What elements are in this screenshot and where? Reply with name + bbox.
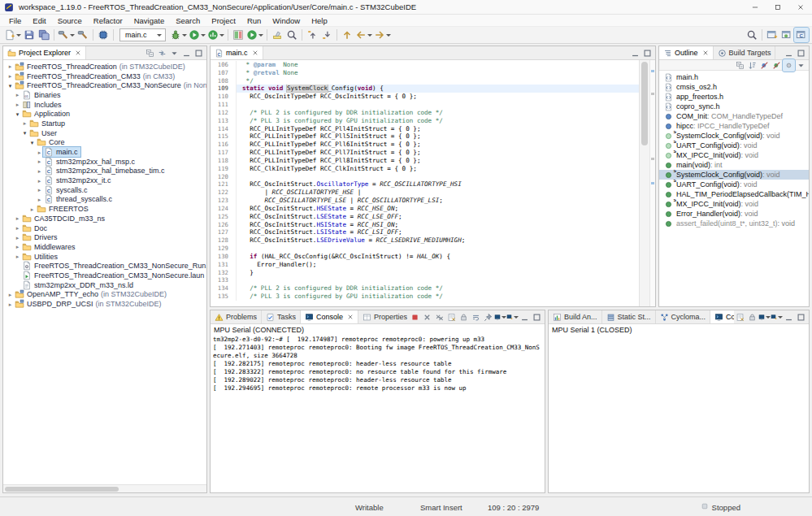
outline-item-hal-tim-periodelapsedcallback-tim-hand[interactable]: HAL_TIM_PeriodElapsedCallback(TIM_Hand..… [659, 189, 809, 199]
menu-help[interactable]: Help [306, 16, 333, 25]
outline-item-main-h[interactable]: main.h [659, 72, 809, 82]
save-all-button[interactable] [37, 28, 51, 42]
code-line-125[interactable]: 125 RCC_OscInitStruct.LSEState = RCC_LSE… [211, 213, 639, 221]
minimize-button[interactable] [783, 47, 795, 59]
expand-toggle-icon[interactable]: ▸ [14, 90, 21, 99]
tree-item-main-c[interactable]: ▸Cmain.c [3, 147, 206, 157]
expand-toggle-icon[interactable]: ▸ [7, 62, 14, 71]
code-line-119[interactable]: 119 RCC_ClkInitTypeDef RCC_ClkInitStruct… [211, 165, 639, 173]
tab-console[interactable]: Console [710, 310, 734, 323]
maximize-button[interactable] [795, 311, 807, 323]
code-line-110[interactable]: 110 RCC_OscInitTypeDef RCC_OscInitStruct… [211, 93, 639, 101]
expand-toggle-icon[interactable]: ▸ [14, 223, 21, 232]
display-console-button[interactable] [758, 311, 771, 323]
expand-toggle-icon[interactable]: ▸ [7, 72, 14, 80]
expand-toggle-icon[interactable]: ▾ [7, 81, 14, 90]
collapse-all-button[interactable] [144, 47, 156, 59]
code-line-113[interactable]: 113 /* PLL 3 is configured by GPU initia… [211, 117, 639, 125]
pin-button[interactable] [482, 311, 494, 323]
minimize-button[interactable] [629, 47, 641, 59]
last-edit-button[interactable] [340, 28, 354, 42]
expand-toggle-icon[interactable]: ▸ [28, 205, 36, 214]
code-line-122[interactable]: 122 | RCC_OSCILLATORTYPE_HSE | [211, 189, 639, 197]
code-line-121[interactable]: 121 RCC_OscInitStruct.OscillatorType = R… [211, 180, 639, 189]
open-console-button[interactable] [506, 311, 519, 323]
outline-item-com-init[interactable]: COM_Init : COM_HandleTypeDef [659, 111, 809, 121]
expand-toggle-icon[interactable]: ▾ [28, 138, 36, 147]
tree-item-application[interactable]: ▾Application [3, 109, 206, 119]
code-line-134[interactable]: 134 /* PLL 2 is configured by DDR initia… [211, 284, 639, 293]
explorer-horizontal-scrollbar[interactable] [3, 484, 206, 492]
close-window-button[interactable] [789, 0, 812, 15]
scroll-lock-button[interactable] [458, 311, 470, 323]
code-line-127[interactable]: 127 RCC_OscInitStruct.LSIState = RCC_LSI… [211, 228, 639, 236]
expand-toggle-icon[interactable]: ▸ [36, 185, 43, 194]
expand-toggle-icon[interactable]: ▸ [14, 214, 21, 223]
outline-item-copro-sync-h[interactable]: copro_sync.h [659, 102, 809, 111]
new-button[interactable] [3, 28, 22, 42]
console-content[interactable]: MPU Serial (CONNECTED) tm32mp2-e3-d0-92:… [211, 324, 545, 492]
outline-item-mx-ipcc-init-void[interactable]: sMX_IPCC_Init(void) : void [659, 150, 809, 160]
menu-navigate[interactable]: Navigate [128, 16, 171, 25]
expand-toggle-icon[interactable]: ▸ [14, 242, 21, 251]
code-line-128[interactable]: 128 RCC_OscInitStruct.LSEDriveValue = RC… [211, 236, 639, 245]
outline-item-app-freertos-h[interactable]: app_freertos.h [659, 92, 809, 102]
clear-button[interactable] [445, 311, 458, 323]
code-line-123[interactable]: 123 RCC_OSCILLATORTYPE_LSE | RCC_OSCILLA… [211, 197, 639, 205]
coverage-button[interactable] [231, 28, 245, 42]
menu-edit[interactable]: Edit [27, 16, 51, 25]
tree-item-freertos-threadcreation-cm33-nonsecure[interactable]: ▾FreeRTOS_ThreadCreation_CM33_NonSecure … [3, 80, 206, 90]
expand-toggle-icon[interactable]: ▸ [36, 176, 43, 185]
persp-c-button[interactable]: C [794, 28, 809, 42]
expand-toggle-icon[interactable]: ▸ [14, 100, 21, 109]
menu-refactor[interactable]: Refactor [88, 16, 128, 25]
tree-item-includes[interactable]: ▸Includes [3, 100, 206, 110]
maximize-window-button[interactable] [766, 0, 789, 15]
hide-fields-button[interactable] [758, 59, 771, 72]
external-button[interactable] [245, 28, 264, 42]
tab-console[interactable]: Console [301, 310, 358, 323]
prev-ann-button[interactable] [305, 28, 319, 42]
tree-item-middlewares[interactable]: ▸Middlewares [3, 242, 206, 252]
tab-cycloma[interactable]: Cycloma... [656, 310, 711, 323]
hide-static-button[interactable] [771, 59, 783, 72]
search-file-button[interactable] [284, 28, 299, 42]
tree-item-startup[interactable]: ▸Startup [3, 119, 206, 128]
profile-button[interactable] [206, 28, 225, 42]
outline-item-main-void[interactable]: main(void) : int [659, 160, 809, 170]
code-line-118[interactable]: 118 RCC_PLLInitTypeDef RCC_Pll8InitStruc… [211, 157, 639, 165]
tree-item-usbpd-drp-ucsi[interactable]: ▸USBPD_DRP_UCSI (in STM32CubeIDE) [3, 299, 206, 309]
save-button[interactable] [22, 28, 37, 42]
editor-vertical-scrollbar[interactable] [639, 60, 649, 306]
expand-toggle-icon[interactable]: ▸ [36, 157, 43, 166]
menu-search[interactable]: Search [170, 16, 206, 25]
remove-all-button[interactable] [433, 311, 445, 323]
tab-problems[interactable]: Problems [211, 310, 262, 323]
tree-item-drivers[interactable]: ▸Drivers [3, 232, 206, 242]
code-line-132[interactable]: 132 } [211, 269, 639, 277]
highlight-button[interactable] [270, 28, 284, 42]
tree-item-user[interactable]: ▾User [3, 128, 206, 138]
display-console-button[interactable] [494, 311, 506, 323]
open-perspective-button[interactable] [765, 28, 779, 42]
scrollbar-thumb[interactable] [641, 62, 648, 145]
menu-run[interactable]: Run [241, 16, 267, 25]
launch-config-combo[interactable]: main.c [119, 28, 166, 41]
code-line-117[interactable]: 117 RCC_PLLInitTypeDef RCC_Pll7InitStruc… [211, 149, 639, 157]
code-line-133[interactable]: 133 [211, 276, 639, 284]
persp-debug-button[interactable] [779, 28, 794, 42]
tab-properties[interactable]: Properties [358, 310, 409, 323]
code-line-109[interactable]: 109static void SystemClock_Config(void) … [211, 85, 639, 93]
expand-toggle-icon[interactable]: ▸ [7, 290, 14, 299]
expand-toggle-icon[interactable]: ▸ [36, 195, 43, 204]
expand-toggle-icon[interactable]: ▸ [36, 148, 43, 157]
expand-toggle-icon[interactable]: ▾ [14, 110, 21, 119]
minimize-button[interactable] [519, 311, 531, 323]
expand-toggle-icon[interactable]: ▸ [14, 252, 21, 261]
code-line-111[interactable]: 111 [211, 101, 639, 109]
tab-project-explorer[interactable]: Project Explorer [3, 46, 86, 59]
outline-item-systemclock-config-void[interactable]: sSystemClock_Config(void) : void [659, 131, 809, 141]
tab-static-st[interactable]: Static St... [602, 310, 656, 323]
tree-item-stm32mp2xx-hal-timebase-tim-c[interactable]: ▸Cstm32mp2xx_hal_timebase_tim.c [3, 167, 206, 176]
code-line-129[interactable]: 129 [211, 245, 639, 253]
